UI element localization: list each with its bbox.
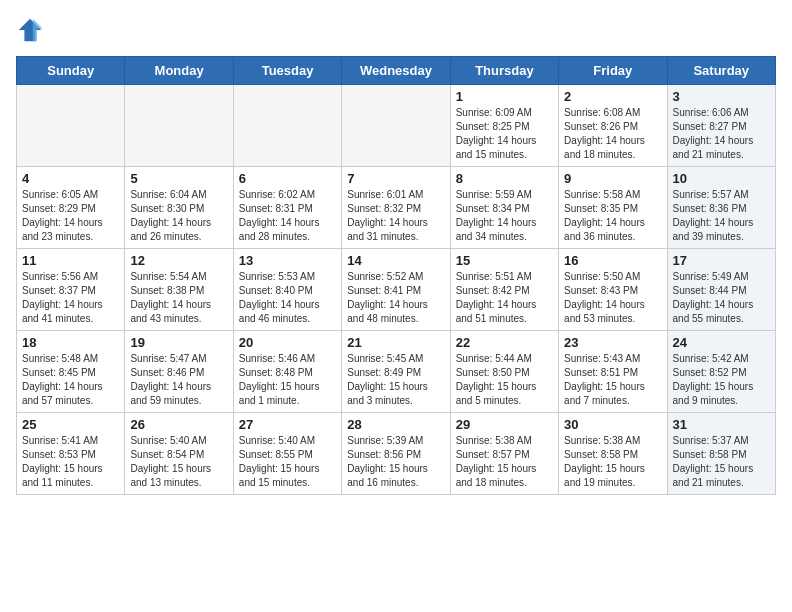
day-info: Sunrise: 5:38 AM Sunset: 8:57 PM Dayligh… <box>456 434 553 490</box>
weekday-header-tuesday: Tuesday <box>233 57 341 85</box>
calendar-cell: 28Sunrise: 5:39 AM Sunset: 8:56 PM Dayli… <box>342 413 450 495</box>
day-info: Sunrise: 5:52 AM Sunset: 8:41 PM Dayligh… <box>347 270 444 326</box>
logo-icon <box>16 16 44 44</box>
calendar-week-2: 4Sunrise: 6:05 AM Sunset: 8:29 PM Daylig… <box>17 167 776 249</box>
day-number: 1 <box>456 89 553 104</box>
calendar-cell: 8Sunrise: 5:59 AM Sunset: 8:34 PM Daylig… <box>450 167 558 249</box>
day-number: 16 <box>564 253 661 268</box>
calendar-week-3: 11Sunrise: 5:56 AM Sunset: 8:37 PM Dayli… <box>17 249 776 331</box>
day-info: Sunrise: 5:45 AM Sunset: 8:49 PM Dayligh… <box>347 352 444 408</box>
calendar-cell: 31Sunrise: 5:37 AM Sunset: 8:58 PM Dayli… <box>667 413 775 495</box>
calendar-cell: 10Sunrise: 5:57 AM Sunset: 8:36 PM Dayli… <box>667 167 775 249</box>
calendar-cell: 11Sunrise: 5:56 AM Sunset: 8:37 PM Dayli… <box>17 249 125 331</box>
day-number: 3 <box>673 89 770 104</box>
day-info: Sunrise: 5:42 AM Sunset: 8:52 PM Dayligh… <box>673 352 770 408</box>
calendar-header-row: SundayMondayTuesdayWednesdayThursdayFrid… <box>17 57 776 85</box>
calendar-cell: 12Sunrise: 5:54 AM Sunset: 8:38 PM Dayli… <box>125 249 233 331</box>
day-info: Sunrise: 5:38 AM Sunset: 8:58 PM Dayligh… <box>564 434 661 490</box>
calendar-cell: 18Sunrise: 5:48 AM Sunset: 8:45 PM Dayli… <box>17 331 125 413</box>
day-number: 21 <box>347 335 444 350</box>
day-number: 4 <box>22 171 119 186</box>
day-number: 13 <box>239 253 336 268</box>
day-info: Sunrise: 5:48 AM Sunset: 8:45 PM Dayligh… <box>22 352 119 408</box>
day-info: Sunrise: 5:37 AM Sunset: 8:58 PM Dayligh… <box>673 434 770 490</box>
calendar-cell: 29Sunrise: 5:38 AM Sunset: 8:57 PM Dayli… <box>450 413 558 495</box>
day-number: 2 <box>564 89 661 104</box>
calendar-cell: 22Sunrise: 5:44 AM Sunset: 8:50 PM Dayli… <box>450 331 558 413</box>
calendar-cell <box>233 85 341 167</box>
day-number: 29 <box>456 417 553 432</box>
day-info: Sunrise: 5:49 AM Sunset: 8:44 PM Dayligh… <box>673 270 770 326</box>
calendar-week-1: 1Sunrise: 6:09 AM Sunset: 8:25 PM Daylig… <box>17 85 776 167</box>
day-info: Sunrise: 5:41 AM Sunset: 8:53 PM Dayligh… <box>22 434 119 490</box>
day-number: 18 <box>22 335 119 350</box>
day-number: 8 <box>456 171 553 186</box>
calendar-cell: 9Sunrise: 5:58 AM Sunset: 8:35 PM Daylig… <box>559 167 667 249</box>
calendar-cell: 5Sunrise: 6:04 AM Sunset: 8:30 PM Daylig… <box>125 167 233 249</box>
day-info: Sunrise: 6:05 AM Sunset: 8:29 PM Dayligh… <box>22 188 119 244</box>
day-number: 25 <box>22 417 119 432</box>
day-info: Sunrise: 5:43 AM Sunset: 8:51 PM Dayligh… <box>564 352 661 408</box>
calendar-cell: 15Sunrise: 5:51 AM Sunset: 8:42 PM Dayli… <box>450 249 558 331</box>
day-number: 23 <box>564 335 661 350</box>
calendar-cell: 26Sunrise: 5:40 AM Sunset: 8:54 PM Dayli… <box>125 413 233 495</box>
calendar-cell: 1Sunrise: 6:09 AM Sunset: 8:25 PM Daylig… <box>450 85 558 167</box>
day-info: Sunrise: 6:01 AM Sunset: 8:32 PM Dayligh… <box>347 188 444 244</box>
day-number: 14 <box>347 253 444 268</box>
day-number: 22 <box>456 335 553 350</box>
day-info: Sunrise: 5:51 AM Sunset: 8:42 PM Dayligh… <box>456 270 553 326</box>
day-number: 10 <box>673 171 770 186</box>
day-info: Sunrise: 5:40 AM Sunset: 8:55 PM Dayligh… <box>239 434 336 490</box>
day-info: Sunrise: 5:57 AM Sunset: 8:36 PM Dayligh… <box>673 188 770 244</box>
day-number: 28 <box>347 417 444 432</box>
day-info: Sunrise: 5:46 AM Sunset: 8:48 PM Dayligh… <box>239 352 336 408</box>
calendar-week-5: 25Sunrise: 5:41 AM Sunset: 8:53 PM Dayli… <box>17 413 776 495</box>
day-info: Sunrise: 6:06 AM Sunset: 8:27 PM Dayligh… <box>673 106 770 162</box>
page-header <box>16 16 776 44</box>
weekday-header-saturday: Saturday <box>667 57 775 85</box>
calendar-cell: 4Sunrise: 6:05 AM Sunset: 8:29 PM Daylig… <box>17 167 125 249</box>
day-number: 11 <box>22 253 119 268</box>
calendar-cell: 2Sunrise: 6:08 AM Sunset: 8:26 PM Daylig… <box>559 85 667 167</box>
day-info: Sunrise: 6:02 AM Sunset: 8:31 PM Dayligh… <box>239 188 336 244</box>
calendar-cell: 27Sunrise: 5:40 AM Sunset: 8:55 PM Dayli… <box>233 413 341 495</box>
day-number: 26 <box>130 417 227 432</box>
weekday-header-monday: Monday <box>125 57 233 85</box>
calendar-cell <box>342 85 450 167</box>
weekday-header-sunday: Sunday <box>17 57 125 85</box>
day-number: 24 <box>673 335 770 350</box>
day-number: 15 <box>456 253 553 268</box>
logo <box>16 16 48 44</box>
day-number: 17 <box>673 253 770 268</box>
calendar-cell: 24Sunrise: 5:42 AM Sunset: 8:52 PM Dayli… <box>667 331 775 413</box>
day-info: Sunrise: 5:53 AM Sunset: 8:40 PM Dayligh… <box>239 270 336 326</box>
calendar-cell: 25Sunrise: 5:41 AM Sunset: 8:53 PM Dayli… <box>17 413 125 495</box>
calendar-cell: 30Sunrise: 5:38 AM Sunset: 8:58 PM Dayli… <box>559 413 667 495</box>
day-number: 6 <box>239 171 336 186</box>
calendar-cell <box>125 85 233 167</box>
calendar-cell <box>17 85 125 167</box>
day-number: 20 <box>239 335 336 350</box>
day-info: Sunrise: 5:44 AM Sunset: 8:50 PM Dayligh… <box>456 352 553 408</box>
day-info: Sunrise: 5:39 AM Sunset: 8:56 PM Dayligh… <box>347 434 444 490</box>
weekday-header-thursday: Thursday <box>450 57 558 85</box>
svg-marker-0 <box>19 19 41 41</box>
calendar-week-4: 18Sunrise: 5:48 AM Sunset: 8:45 PM Dayli… <box>17 331 776 413</box>
calendar-cell: 20Sunrise: 5:46 AM Sunset: 8:48 PM Dayli… <box>233 331 341 413</box>
calendar-cell: 17Sunrise: 5:49 AM Sunset: 8:44 PM Dayli… <box>667 249 775 331</box>
day-info: Sunrise: 5:54 AM Sunset: 8:38 PM Dayligh… <box>130 270 227 326</box>
day-number: 5 <box>130 171 227 186</box>
calendar-cell: 14Sunrise: 5:52 AM Sunset: 8:41 PM Dayli… <box>342 249 450 331</box>
day-number: 9 <box>564 171 661 186</box>
day-number: 7 <box>347 171 444 186</box>
calendar-cell: 16Sunrise: 5:50 AM Sunset: 8:43 PM Dayli… <box>559 249 667 331</box>
day-info: Sunrise: 6:04 AM Sunset: 8:30 PM Dayligh… <box>130 188 227 244</box>
day-info: Sunrise: 5:58 AM Sunset: 8:35 PM Dayligh… <box>564 188 661 244</box>
day-info: Sunrise: 5:56 AM Sunset: 8:37 PM Dayligh… <box>22 270 119 326</box>
calendar-cell: 6Sunrise: 6:02 AM Sunset: 8:31 PM Daylig… <box>233 167 341 249</box>
day-number: 30 <box>564 417 661 432</box>
day-info: Sunrise: 6:09 AM Sunset: 8:25 PM Dayligh… <box>456 106 553 162</box>
calendar-cell: 21Sunrise: 5:45 AM Sunset: 8:49 PM Dayli… <box>342 331 450 413</box>
weekday-header-wednesday: Wednesday <box>342 57 450 85</box>
calendar-table: SundayMondayTuesdayWednesdayThursdayFrid… <box>16 56 776 495</box>
